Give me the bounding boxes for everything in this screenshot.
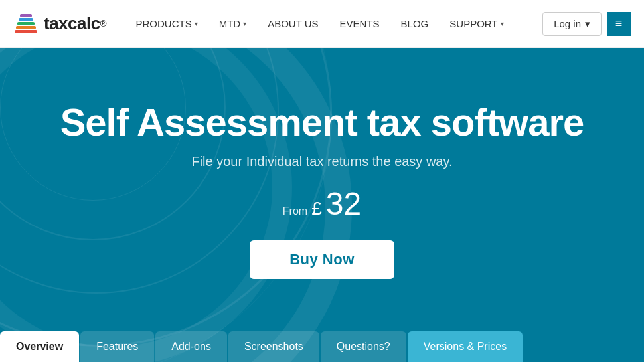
svg-rect-3 [19,18,33,21]
buy-now-button[interactable]: Buy Now [250,240,394,279]
hero-title: Self Assessment tax software [60,101,584,143]
nav-extra-icon: ≡ [615,17,623,31]
login-button[interactable]: Log in ▾ [542,12,602,36]
hero-price-from: From [283,205,307,217]
tab-screenshots[interactable]: Screenshots [228,331,319,362]
hero-price: From £ 32 [60,185,584,222]
nav-item-mtd[interactable]: MTD ▾ [210,13,256,35]
logo-text: taxcalc [44,13,100,34]
logo-sup: ® [100,19,107,29]
tab-versions-prices[interactable]: Versions & Prices [408,331,523,362]
nav-extra-button[interactable]: ≡ [607,12,631,36]
nav-item-blog[interactable]: BLOG [392,13,438,35]
svg-rect-1 [16,26,36,29]
nav-item-support[interactable]: SUPPORT ▾ [440,13,513,35]
hero-subtitle: File your Individual tax returns the eas… [60,154,584,169]
hero-section: Self Assessment tax software File your I… [0,48,644,362]
navbar: taxcalc® PRODUCTS ▾ MTD ▾ ABOUT US EVENT… [0,0,644,48]
tab-overview[interactable]: Overview [0,331,79,362]
products-chevron-icon: ▾ [195,20,198,27]
svg-rect-0 [15,30,37,33]
login-label: Log in [554,18,581,29]
hero-price-amount: 32 [326,185,361,222]
hero-content: Self Assessment tax software File your I… [60,48,584,279]
svg-rect-2 [17,22,35,25]
tab-questions[interactable]: Questions? [321,331,406,362]
svg-rect-4 [20,14,32,17]
tab-features[interactable]: Features [80,331,154,362]
nav-links: PRODUCTS ▾ MTD ▾ ABOUT US EVENTS BLOG SU… [127,13,543,35]
tabs-bar: Overview Features Add-ons Screenshots Qu… [0,331,644,362]
nav-item-events[interactable]: EVENTS [331,13,389,35]
mtd-chevron-icon: ▾ [243,20,246,27]
tab-addons[interactable]: Add-ons [155,331,227,362]
support-chevron-icon: ▾ [501,20,504,27]
login-chevron-icon: ▾ [585,18,590,30]
nav-item-products[interactable]: PRODUCTS ▾ [127,13,207,35]
hero-price-currency: £ [311,198,322,219]
nav-right: Log in ▾ ≡ [542,12,631,36]
taxcalc-logo-icon [13,11,39,37]
nav-item-about[interactable]: ABOUT US [258,13,327,35]
logo[interactable]: taxcalc® [13,11,107,37]
